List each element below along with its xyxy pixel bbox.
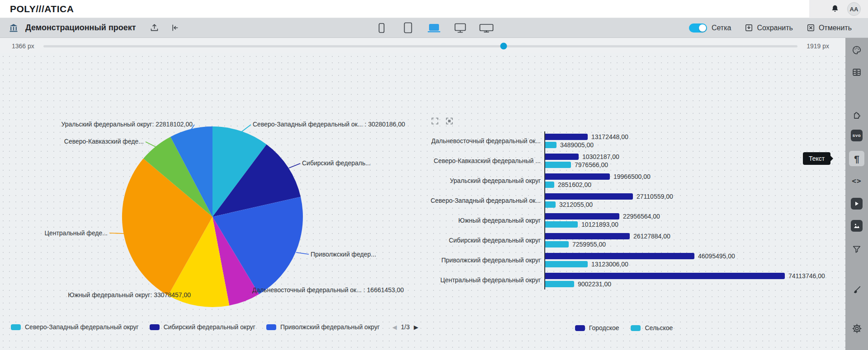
bar-value-label: 26127884,00 <box>633 233 670 240</box>
bar-urban[interactable] <box>545 233 630 239</box>
bar-value-label: 13172448,00 <box>591 133 628 140</box>
bar-urban[interactable] <box>545 134 588 140</box>
bar-widget-tools <box>430 117 837 126</box>
app-logo: POLY///ATICA <box>10 4 74 14</box>
legend-pager: ◀1/3▶ <box>392 323 418 331</box>
notifications-bell-icon[interactable] <box>830 4 840 14</box>
width-slider-track[interactable] <box>43 45 797 47</box>
cancel-button[interactable]: Отменить <box>807 23 852 32</box>
legend-item[interactable]: Сибирский федеральный округ <box>150 323 255 331</box>
selection-frame-filled-icon[interactable] <box>445 117 454 126</box>
bar-category-label: Уральский федеральный округ <box>430 177 541 184</box>
legend-prev-page-icon[interactable]: ◀ <box>392 324 397 331</box>
video-icon[interactable] <box>849 196 864 211</box>
pie-callout-label: Приволжский федер... <box>311 251 376 258</box>
pie-callout-line <box>109 233 124 233</box>
bar-urban[interactable] <box>545 193 633 200</box>
pie-callout-line <box>146 142 156 147</box>
grid-toggle-switch[interactable] <box>689 23 707 33</box>
collapse-panel-icon[interactable] <box>170 22 181 34</box>
pie-callout-line <box>241 125 251 132</box>
pie-callout-label: Южный федеральный округ: 33078457,00 <box>68 291 191 299</box>
save-button[interactable]: Сохранить <box>745 23 793 32</box>
bar-value-label: 3212055,00 <box>559 201 593 208</box>
legend-label: Северо-Западный федеральный округ <box>25 323 139 331</box>
device-phone-icon[interactable] <box>373 21 390 35</box>
widget-sidebar: SVG ¶ <> <box>845 38 868 350</box>
bar-value-label: 22956564,00 <box>623 213 660 220</box>
bar-rural[interactable] <box>545 162 571 168</box>
save-icon <box>745 23 753 32</box>
bar-rural[interactable] <box>545 142 557 148</box>
save-button-label: Сохранить <box>757 24 793 32</box>
grid-toggle[interactable]: Сетка <box>689 23 731 33</box>
legend-item[interactable]: Городское <box>575 324 619 331</box>
code-embed-icon[interactable]: <> <box>849 173 864 188</box>
legend-label: Сибирский федеральный округ <box>164 323 255 331</box>
viewport-device-switcher <box>373 21 495 35</box>
svg-image-icon[interactable]: SVG <box>849 128 864 143</box>
legend-label: Сельское <box>645 324 673 331</box>
legend-next-page-icon[interactable]: ▶ <box>414 324 418 331</box>
widgets-drawer-icon[interactable] <box>849 65 864 80</box>
bar-chart-axis <box>544 131 545 289</box>
project-title: Демонстрационный проект <box>25 23 136 33</box>
image-icon[interactable] <box>849 218 864 233</box>
pie-chart-widget[interactable]: Уральский федеральный округ: 22818102,00… <box>32 104 429 321</box>
bar-chart-widget[interactable]: Дальневосточный федеральный ок...1317244… <box>430 117 837 331</box>
bar-category-row: Северо-Западный федеральный ок...2711055… <box>430 193 837 208</box>
bar-value-label: 9002231,00 <box>578 280 611 288</box>
bar-value-label: 7976566,00 <box>575 161 608 168</box>
cancel-button-label: Отменить <box>819 24 852 32</box>
bar-urban[interactable] <box>545 154 579 160</box>
selection-frame-icon[interactable] <box>430 117 439 126</box>
bar-urban[interactable] <box>545 213 619 219</box>
bar-value-label: 7259955,00 <box>572 241 606 248</box>
slider-max-label: 1919 px <box>807 42 829 50</box>
bar-category-label: Южный федеральный округ <box>430 217 541 224</box>
bar-rural[interactable] <box>545 182 554 188</box>
bar-rural[interactable] <box>545 261 588 267</box>
bar-urban[interactable] <box>545 253 694 259</box>
brush-icon[interactable] <box>849 282 864 298</box>
width-slider-handle[interactable] <box>500 43 507 50</box>
bar-rural[interactable] <box>545 221 578 228</box>
bar-urban[interactable] <box>545 273 785 279</box>
bar-value-label: 46095495,00 <box>698 252 735 260</box>
bar-urban[interactable] <box>545 173 610 180</box>
legend-item[interactable]: Северо-Западный федеральный округ <box>11 323 139 331</box>
device-desktop-icon[interactable] <box>452 21 468 35</box>
project-toolbar: Демонстрационный проект Сетка <box>0 18 868 38</box>
legend-item[interactable]: Сельское <box>631 324 673 331</box>
plugin-puzzle-icon[interactable] <box>849 107 864 123</box>
legend-swatch <box>266 324 276 330</box>
bar-value-label: 3489005,00 <box>560 141 594 149</box>
legend-swatch <box>11 324 21 330</box>
canvas-width-slider-row: 1366 px 1919 px <box>0 39 841 53</box>
bar-chart-rows: Дальневосточный федеральный ок...1317244… <box>430 134 837 287</box>
export-icon[interactable] <box>149 22 160 34</box>
bar-chart-legend: ГородскоеСельское <box>430 324 817 331</box>
device-laptop-icon[interactable] <box>426 21 442 35</box>
bar-category-label: Сибирский федеральный округ <box>430 237 541 244</box>
bar-rural[interactable] <box>545 241 569 247</box>
filter-icon[interactable] <box>849 242 864 257</box>
legend-item[interactable]: Приволжский федеральный округ <box>266 323 380 331</box>
bar-rural[interactable] <box>545 201 556 208</box>
grid-toggle-label: Сетка <box>712 24 731 32</box>
user-avatar[interactable]: AA <box>847 2 861 16</box>
device-tablet-icon[interactable] <box>400 21 416 35</box>
settings-gear-icon[interactable] <box>849 321 864 336</box>
bar-value-label: 19966500,00 <box>613 173 651 180</box>
dashboard-canvas[interactable]: Уральский федеральный округ: 22818102,00… <box>0 53 845 350</box>
legend-swatch <box>631 325 641 331</box>
bar-rural[interactable] <box>545 281 574 287</box>
legend-label: Городское <box>589 324 619 331</box>
pie-callout-label: Центральный феде... <box>45 229 108 237</box>
text-tool-icon[interactable]: ¶ <box>849 151 864 166</box>
device-widescreen-icon[interactable] <box>478 21 495 35</box>
bar-category-row: Уральский федеральный округ19966500,0028… <box>430 173 837 188</box>
bar-value-label: 74113746,00 <box>788 272 825 280</box>
palette-icon[interactable] <box>849 42 864 58</box>
bar-value-label: 10121893,00 <box>581 221 618 228</box>
